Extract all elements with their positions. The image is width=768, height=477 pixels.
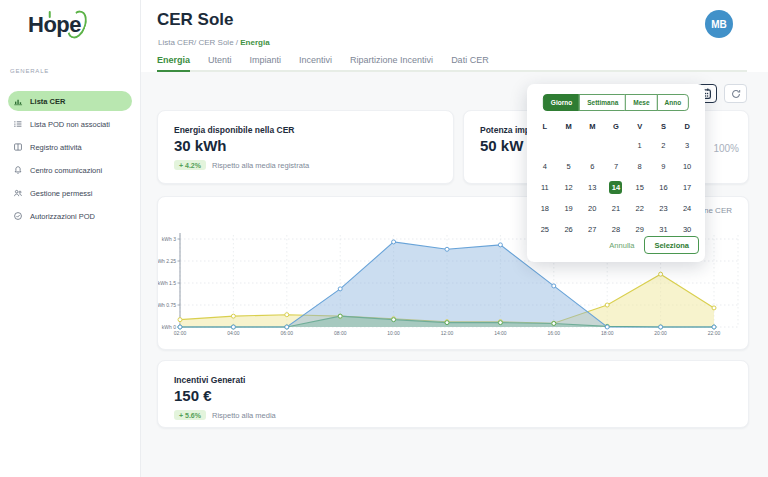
weekday-label: G bbox=[604, 122, 628, 131]
calendar-day-3[interactable]: 3 bbox=[675, 139, 699, 152]
refresh-icon[interactable] bbox=[724, 84, 747, 103]
tab-incentivi[interactable]: Incentivi bbox=[299, 55, 332, 70]
mode-button-settimana[interactable]: Settimana bbox=[579, 94, 626, 111]
tab-energia[interactable]: Energia bbox=[157, 55, 190, 72]
svg-text:16:00: 16:00 bbox=[548, 330, 561, 336]
calendar-day-19[interactable]: 19 bbox=[557, 202, 581, 215]
sidebar-item-label: Registro attività bbox=[30, 143, 82, 152]
mode-button-mese[interactable]: Mese bbox=[625, 94, 657, 111]
mode-button-anno[interactable]: Anno bbox=[657, 94, 690, 111]
calendar-day-14[interactable]: 14 bbox=[604, 181, 628, 194]
calendar-day-10[interactable]: 10 bbox=[675, 160, 699, 173]
weekday-label: M bbox=[580, 122, 604, 131]
svg-text:08:00: 08:00 bbox=[334, 330, 347, 336]
percent-value: 100% bbox=[713, 143, 739, 154]
svg-text:04:00: 04:00 bbox=[227, 330, 240, 336]
book-icon bbox=[13, 142, 23, 152]
svg-text:kWh 3: kWh 3 bbox=[162, 236, 176, 242]
check-circle-icon bbox=[13, 211, 23, 221]
calendar-grid: LMMGVSD123456789101112131415161718192021… bbox=[533, 122, 699, 236]
sidebar-item-centro-comunicazioni[interactable]: Centro comunicazioni bbox=[8, 160, 132, 180]
calendar-day-15[interactable]: 15 bbox=[628, 181, 652, 194]
calendar-day-26[interactable]: 26 bbox=[557, 223, 581, 236]
calendar-day-4[interactable]: 4 bbox=[533, 160, 557, 173]
calendar-day-25[interactable]: 25 bbox=[533, 223, 557, 236]
cancel-button[interactable]: Annulla bbox=[609, 241, 634, 250]
weekday-label: V bbox=[628, 122, 652, 131]
svg-text:06:00: 06:00 bbox=[281, 330, 294, 336]
calendar-day-7[interactable]: 7 bbox=[604, 160, 628, 173]
sidebar-item-lista-pod-non-associati[interactable]: Lista POD non associati bbox=[8, 114, 132, 134]
tab-ripartizione-incentivi[interactable]: Ripartizione Incentivi bbox=[350, 55, 433, 70]
tab-bar: EnergiaUtentiImpiantiIncentiviRipartizio… bbox=[157, 55, 747, 72]
calendar-day-21[interactable]: 21 bbox=[604, 202, 628, 215]
weekday-label: L bbox=[533, 122, 557, 131]
mode-button-giorno[interactable]: Giorno bbox=[543, 94, 580, 111]
sidebar-item-label: Gestione permessi bbox=[30, 189, 93, 198]
confirm-button[interactable]: Seleziona bbox=[644, 236, 699, 254]
tab-dati-cer[interactable]: Dati CER bbox=[451, 55, 489, 70]
svg-text:14:00: 14:00 bbox=[494, 330, 507, 336]
avatar[interactable]: MB bbox=[705, 10, 733, 38]
page-title: CER Sole bbox=[157, 10, 234, 30]
calendar-day-30[interactable]: 30 bbox=[675, 223, 699, 236]
logo-letter: H bbox=[28, 12, 43, 38]
app-screen: Hope GENERALE Lista CERLista POD non ass… bbox=[0, 0, 768, 477]
calendar-day-11[interactable]: 11 bbox=[533, 181, 557, 194]
logo-letter: o bbox=[43, 12, 56, 38]
calendar-day-27[interactable]: 27 bbox=[580, 223, 604, 236]
card-value: 150 € bbox=[174, 387, 212, 404]
breadcrumb[interactable]: Lista CER/ CER Sole / Energia bbox=[158, 38, 270, 47]
svg-text:22:00: 22:00 bbox=[708, 330, 721, 336]
calendar-day-22[interactable]: 22 bbox=[628, 202, 652, 215]
calendar-day-17[interactable]: 17 bbox=[675, 181, 699, 194]
calendar-day-16[interactable]: 16 bbox=[652, 181, 676, 194]
sidebar-menu: Lista CERLista POD non associatiRegistro… bbox=[0, 88, 140, 229]
calendar-day-6[interactable]: 6 bbox=[580, 160, 604, 173]
delta-note: Rispetto alla media registrata bbox=[212, 161, 309, 170]
delta-badge: + 5.6% bbox=[174, 410, 206, 420]
svg-text:kWh 2.25: kWh 2.25 bbox=[158, 258, 176, 264]
sidebar-item-label: Lista POD non associati bbox=[30, 120, 110, 129]
calendar-day-20[interactable]: 20 bbox=[580, 202, 604, 215]
calendar-day-31[interactable]: 31 bbox=[652, 223, 676, 236]
sidebar-item-label: Centro comunicazioni bbox=[30, 166, 102, 175]
calendar-day-8[interactable]: 8 bbox=[628, 160, 652, 173]
sidebar-item-gestione-permessi[interactable]: Gestione permessi bbox=[8, 183, 132, 203]
sidebar-item-lista-cer[interactable]: Lista CER bbox=[8, 91, 132, 111]
weekday-label: S bbox=[652, 122, 676, 131]
calendar-day-2[interactable]: 2 bbox=[652, 139, 676, 152]
calendar-day-13[interactable]: 13 bbox=[580, 181, 604, 194]
bell-icon bbox=[13, 165, 23, 175]
weekday-label: M bbox=[557, 122, 581, 131]
calendar-day-1[interactable]: 1 bbox=[628, 139, 652, 152]
delta-badge: + 4.2% bbox=[174, 160, 206, 170]
tab-impianti[interactable]: Impianti bbox=[250, 55, 282, 70]
svg-text:10:00: 10:00 bbox=[387, 330, 400, 336]
card-incentivi-generati: Incentivi Generati 150 € + 5.6% Rispetto… bbox=[157, 360, 749, 428]
svg-text:kWh 0: kWh 0 bbox=[162, 324, 176, 330]
calendar-day-5[interactable]: 5 bbox=[557, 160, 581, 173]
calendar-day-12[interactable]: 12 bbox=[557, 181, 581, 194]
calendar-day-9[interactable]: 9 bbox=[652, 160, 676, 173]
breadcrumb-current: Energia bbox=[240, 38, 269, 47]
calendar-day-29[interactable]: 29 bbox=[628, 223, 652, 236]
sidebar-item-registro-attivit-[interactable]: Registro attività bbox=[8, 137, 132, 157]
calendar-day-24[interactable]: 24 bbox=[675, 202, 699, 215]
sidebar: Hope GENERALE Lista CERLista POD non ass… bbox=[0, 0, 141, 477]
calendar-day-23[interactable]: 23 bbox=[652, 202, 676, 215]
card-title: Energia disponibile nella CER bbox=[174, 125, 294, 135]
calendar-day-18[interactable]: 18 bbox=[533, 202, 557, 215]
calendar-day-empty bbox=[580, 139, 604, 152]
calendar-day-28[interactable]: 28 bbox=[604, 223, 628, 236]
svg-text:18:00: 18:00 bbox=[601, 330, 614, 336]
calendar-day-empty bbox=[604, 139, 628, 152]
tab-utenti[interactable]: Utenti bbox=[208, 55, 232, 70]
card-value: 50 kW bbox=[480, 137, 523, 154]
breadcrumb-prefix[interactable]: Lista CER/ CER Sole / bbox=[158, 38, 240, 47]
sidebar-item-label: Lista CER bbox=[30, 97, 65, 106]
sidebar-item-autorizzazioni-pod[interactable]: Autorizzazioni POD bbox=[8, 206, 132, 226]
sidebar-section-label: GENERALE bbox=[10, 68, 49, 74]
date-mode-switcher: GiornoSettimanaMeseAnno bbox=[543, 94, 689, 111]
svg-text:12:00: 12:00 bbox=[441, 330, 454, 336]
